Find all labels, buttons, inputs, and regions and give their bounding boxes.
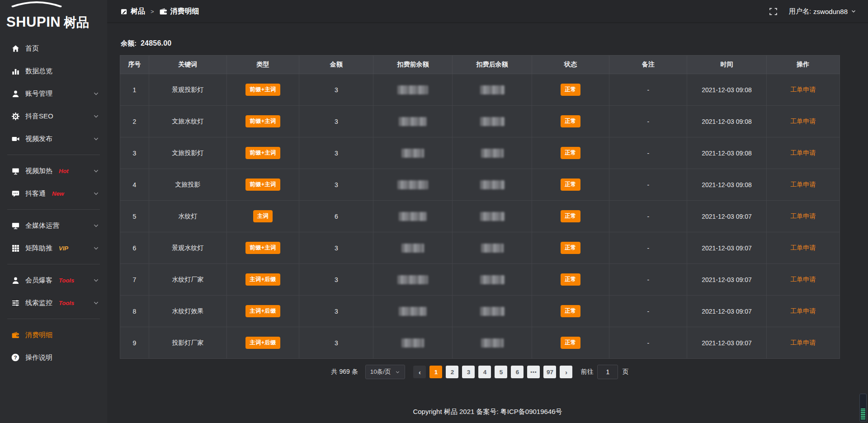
status-badge: 正常 [561, 337, 580, 349]
page-button-3[interactable]: 3 [462, 366, 475, 378]
type-cell: 主词+后缀 [226, 264, 299, 296]
screen-icon [11, 167, 19, 175]
action-cell: 工单申请 [766, 232, 840, 264]
breadcrumb-item[interactable]: 消费明细 [160, 7, 199, 16]
keyword-type-badge: 主词+后缀 [245, 273, 280, 286]
post_balance-cell [453, 264, 532, 296]
time-cell: 2021-12-03 09:08 [687, 169, 766, 201]
chevron-down-icon [93, 223, 99, 229]
page-footer: Copyright 树品 2021 备案号: 粤ICP备09019646号 [107, 379, 868, 423]
more-pages-button[interactable]: ••• [527, 366, 540, 378]
page-button-2[interactable]: 2 [446, 366, 458, 378]
sidebar-item-data-overview[interactable]: 数据总览 [0, 60, 107, 82]
sidebar-item-member-baoke[interactable]: 会员爆客Tools [0, 269, 107, 291]
type-cell: 前缀+主词 [226, 106, 299, 137]
sidebar-item-home[interactable]: 首页 [0, 37, 107, 60]
sidebar-item-label: 线索监控 [25, 299, 52, 307]
sidebar-item-douketong[interactable]: 抖客通New [0, 182, 107, 205]
post_balance-cell [453, 327, 532, 359]
scroll-meter-widget[interactable] [859, 394, 867, 422]
balance-value: 24856.00 [141, 39, 171, 47]
chevron-down-icon [93, 191, 99, 197]
sidebar-item-badge: New [52, 190, 64, 197]
action-cell: 工单申请 [766, 264, 840, 296]
no-cell: 9 [120, 327, 149, 359]
status-badge: 正常 [561, 147, 580, 159]
sidebar-item-clue-monitor[interactable]: 线索监控Tools [0, 291, 107, 314]
table-row: 8水纹灯效果主词+后缀3正常-2021-12-03 09:07工单申请 [120, 296, 840, 327]
user-menu[interactable]: 用户名: zswodun88 [789, 7, 856, 16]
keyword-cell: 景观水纹灯 [149, 232, 226, 264]
pre_balance-masked-value [397, 180, 428, 189]
sidebar-item-douyin-seo[interactable]: 抖音SEO [0, 105, 107, 127]
sidebar-item-video-heat[interactable]: 视频加热Hot [0, 160, 107, 182]
post_balance-masked-value [480, 85, 505, 94]
status-cell: 正常 [532, 106, 609, 137]
pre_balance-masked-value [399, 212, 427, 221]
ticket-request-link[interactable]: 工单申请 [790, 118, 816, 125]
page-button-1[interactable]: 1 [429, 366, 442, 378]
page-button-4[interactable]: 4 [478, 366, 491, 378]
ticket-request-link[interactable]: 工单申请 [790, 244, 816, 251]
page-button-5[interactable]: 5 [495, 366, 507, 378]
note-cell: - [609, 264, 687, 296]
amount-cell: 3 [299, 106, 373, 137]
sidebar-item-matrix-boost[interactable]: 矩阵助推VIP [0, 237, 107, 259]
pre_balance-cell [373, 296, 453, 327]
chevron-down-icon [93, 168, 99, 174]
column-header-keyword: 关键词 [149, 56, 226, 74]
sidebar-item-label: 全媒体运营 [25, 221, 59, 230]
breadcrumb-item[interactable]: 树品 [121, 7, 145, 16]
no-cell: 6 [120, 232, 149, 264]
keyword-type-badge: 主词+后缀 [245, 337, 280, 349]
logo[interactable]: SHUPIN 树品 [0, 0, 107, 30]
ticket-request-link[interactable]: 工单申请 [790, 86, 816, 93]
consumption-table: 序号关键词类型金额扣费前余额扣费后余额状态备注时间操作 1景观投影灯前缀+主词3… [120, 55, 840, 359]
sidebar-item-all-media-operation[interactable]: 全媒体运营 [0, 214, 107, 237]
content: 余额:24856.00 序号关键词类型金额扣费前余额扣费后余额状态备注时间操作 … [107, 23, 868, 379]
ticket-request-link[interactable]: 工单申请 [790, 212, 816, 220]
table-row: 9投影灯厂家主词+后缀3正常-2021-12-03 09:07工单申请 [120, 327, 840, 359]
page-size-select[interactable]: 10条/页 [365, 365, 406, 379]
ticket-request-link[interactable]: 工单申请 [790, 276, 816, 283]
amount-cell: 3 [299, 264, 373, 296]
ticket-request-link[interactable]: 工单申请 [790, 307, 816, 315]
sidebar-item-badge: VIP [59, 245, 68, 252]
column-header-no: 序号 [120, 56, 149, 74]
note-cell: - [609, 169, 687, 201]
time-cell: 2021-12-03 09:07 [687, 232, 766, 264]
next-page-button[interactable]: › [560, 366, 572, 378]
pre_balance-cell [373, 137, 453, 169]
pre_balance-cell [373, 264, 453, 296]
breadcrumb-separator: > [151, 8, 154, 15]
user-icon [11, 89, 19, 98]
post_balance-cell [453, 169, 532, 201]
page-button-97[interactable]: 97 [543, 366, 556, 378]
ticket-request-link[interactable]: 工单申请 [790, 339, 816, 346]
balance-row: 余额:24856.00 [121, 39, 840, 48]
logo-arc [10, 1, 63, 7]
post_balance-masked-value [480, 275, 505, 284]
chevron-down-icon [395, 370, 400, 375]
sidebar-item-account-management[interactable]: 账号管理 [0, 82, 107, 105]
sidebar-item-video-publish[interactable]: 视频发布 [0, 127, 107, 150]
chevron-down-icon [93, 113, 99, 119]
time-cell: 2021-12-03 09:07 [687, 264, 766, 296]
page-button-6[interactable]: 6 [511, 366, 524, 378]
type-cell: 前缀+主词 [226, 74, 299, 106]
post_balance-masked-value [480, 117, 505, 126]
column-header-pre_balance: 扣费前余额 [373, 56, 453, 74]
ticket-request-link[interactable]: 工单申请 [790, 149, 816, 156]
sidebar-item-operation-guide[interactable]: ?操作说明 [0, 346, 107, 369]
post_balance-masked-value [480, 307, 505, 316]
sidebar-item-label: 抖音SEO [25, 112, 53, 121]
amount-cell: 3 [299, 232, 373, 264]
amount-cell: 6 [299, 201, 373, 232]
keyword-cell: 文旅投影灯 [149, 137, 226, 169]
status-badge: 正常 [561, 273, 580, 286]
goto-page-input[interactable] [597, 365, 618, 379]
ticket-request-link[interactable]: 工单申请 [790, 181, 816, 188]
fullscreen-icon[interactable] [769, 8, 777, 15]
prev-page-button[interactable]: ‹ [413, 366, 426, 378]
sidebar-item-consumption-detail[interactable]: 消费明细 [0, 324, 107, 346]
